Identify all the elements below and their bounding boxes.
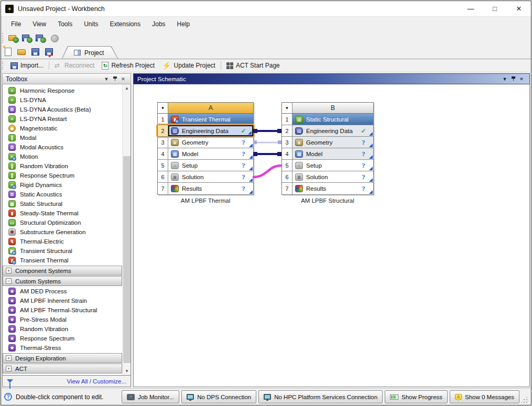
job-monitor-button[interactable]: ≈ Job Monitor... <box>122 390 179 403</box>
minimize-button[interactable]: — <box>459 1 483 16</box>
cell-a4-model[interactable]: 4 Model <box>158 148 253 160</box>
menu-item[interactable]: Tools <box>52 18 78 30</box>
toolbox-scrollbar[interactable]: ▲ ▼ <box>122 84 131 375</box>
reconnect-button[interactable]: ⇄ Reconnect <box>51 61 98 70</box>
toolbar-grip[interactable] <box>2 61 5 70</box>
schematic-canvas[interactable]: ▼ A 1 Transient Thermal 2 Engineering Da… <box>133 84 530 387</box>
refresh-project-button[interactable]: ↻ Refresh Project <box>98 61 158 71</box>
cell-b6-solution[interactable]: 6 Solution <box>282 171 373 183</box>
toolbox-item[interactable]: Response Spectrum <box>3 334 122 343</box>
toolbox-item[interactable]: Harmonic Response <box>3 86 122 95</box>
show-messages-button[interactable]: 0 Show 0 Messages <box>450 390 519 403</box>
view-all-customize-link[interactable]: View All / Customize... <box>67 378 126 385</box>
toolbox-item[interactable]: Motion <box>3 152 122 161</box>
close-panel-icon[interactable]: ✕ <box>517 76 526 82</box>
menu-item[interactable]: View <box>27 18 52 30</box>
toolbox-item-icon <box>8 228 16 236</box>
cell-a1-transient-thermal[interactable]: 1 Transient Thermal <box>158 114 253 125</box>
toolbox-item[interactable]: Modal <box>3 133 122 142</box>
cell-b2-engineering-data[interactable]: 2 Engineering Data <box>282 125 373 137</box>
toolbox-item[interactable]: LS-DYNA Acoustics (Beta) <box>3 105 122 114</box>
save-project-button[interactable] <box>29 46 41 58</box>
send-changes-to-repository-button[interactable] <box>35 32 47 44</box>
toolbox-item[interactable]: AM LPBF Inherent Strain <box>3 296 122 305</box>
save-as-button[interactable] <box>43 46 55 58</box>
menu-item[interactable]: Extensions <box>104 18 147 30</box>
menu-item[interactable]: Units <box>78 18 104 30</box>
group-component-systems[interactable]: Component Systems <box>3 266 122 276</box>
cell-b5-setup[interactable]: 5 Setup <box>282 160 373 171</box>
toolbox-item[interactable]: Steady-State Thermal <box>3 209 122 218</box>
expand-plus-icon[interactable] <box>6 268 12 273</box>
group-design-exploration[interactable]: Design Exploration <box>3 353 122 363</box>
cell-b4-model[interactable]: 4 Model <box>282 148 373 160</box>
update-project-button[interactable]: ⚡ Update Project <box>158 61 219 70</box>
cell-a7-results[interactable]: 7 Results <box>158 183 253 194</box>
toolbox-item[interactable]: Substructure Generation <box>3 227 122 237</box>
collapse-minus-icon[interactable] <box>6 278 12 284</box>
toolbox-item[interactable]: LS-DYNA Restart <box>3 114 122 124</box>
cell-a2-engineering-data[interactable]: 2 Engineering Data <box>158 125 253 137</box>
group-custom-systems[interactable]: Custom Systems <box>3 276 122 286</box>
system-b-header[interactable]: B <box>292 103 373 114</box>
new-project-button[interactable] <box>2 46 14 58</box>
scroll-down-icon[interactable]: ▼ <box>123 367 131 375</box>
menu-item[interactable]: Help <box>171 18 196 30</box>
open-from-repository-button[interactable] <box>7 32 20 44</box>
cell-b3-geometry[interactable]: 3 Geometry <box>282 137 373 148</box>
scrollbar-thumb[interactable] <box>123 156 131 363</box>
toolbox-item[interactable]: Static Structural <box>3 199 122 209</box>
toolbox-item[interactable]: Transient Thermal <box>3 256 122 265</box>
toolbox-item[interactable]: Modal Acoustics <box>3 142 122 152</box>
chevron-down-icon[interactable]: ▼ <box>501 76 509 82</box>
expand-plus-icon[interactable] <box>6 366 12 371</box>
toolbox-item[interactable]: Transient Structural <box>3 246 122 256</box>
toolbox-item[interactable]: Static Acoustics <box>3 190 122 199</box>
resize-grip[interactable] <box>522 397 528 403</box>
toolbox-item[interactable]: Random Vibration <box>3 161 122 171</box>
toolbox-item[interactable]: LS-DYNA <box>3 95 122 105</box>
system-a-header[interactable]: A <box>168 103 253 114</box>
toolbox-item[interactable]: AM LPBF Thermal-Structural <box>3 305 122 315</box>
toolbox-item[interactable]: Rigid Dynamics <box>3 180 122 190</box>
menu-item[interactable]: Jobs <box>146 18 171 30</box>
cell-b7-results[interactable]: 7 Results <box>282 183 373 194</box>
pin-icon[interactable] <box>111 76 119 82</box>
hpc-connection-button[interactable]: No HPC Platform Services Connection <box>258 390 383 403</box>
cell-a5-setup[interactable]: 5 Setup <box>158 160 253 171</box>
system-b-dropdown[interactable]: ▼ <box>282 103 292 114</box>
filter-funnel-icon[interactable] <box>7 379 13 383</box>
toolbox-item[interactable]: AM DED Process <box>3 287 122 296</box>
scroll-up-icon[interactable]: ▲ <box>123 84 131 92</box>
toolbox-item[interactable]: Structural Optimization <box>3 218 122 227</box>
custom-system-star-icon <box>8 344 16 352</box>
close-panel-icon[interactable]: ✕ <box>119 76 127 82</box>
cell-b1-static-structural[interactable]: 1 Static Structural <box>282 114 373 125</box>
toolbox-item[interactable]: Response Spectrum <box>3 171 122 180</box>
act-start-page-button[interactable]: ACT Start Page <box>223 61 284 70</box>
cell-a6-solution[interactable]: 6 Solution <box>158 171 253 183</box>
chevron-down-icon[interactable]: ▼ <box>102 76 111 82</box>
cell-label: Engineering Data <box>182 128 229 134</box>
menu-item[interactable]: File <box>5 18 27 30</box>
system-a-dropdown[interactable]: ▼ <box>158 103 168 114</box>
group-act[interactable]: ACT <box>3 364 122 374</box>
repository-disabled-button[interactable] <box>48 32 61 44</box>
cell-a3-geometry[interactable]: 3 Geometry <box>158 137 253 148</box>
toolbox-item[interactable]: Magnetostatic <box>3 124 122 133</box>
toolbox-item[interactable]: Thermal-Stress <box>3 343 122 353</box>
toolbox-item[interactable]: Random Vibration <box>3 324 122 334</box>
toolbar-grip[interactable] <box>2 33 5 43</box>
tab-project[interactable]: Project <box>62 46 118 59</box>
open-project-button[interactable] <box>16 46 27 58</box>
show-progress-button[interactable]: Show Progress <box>385 390 448 403</box>
pin-icon[interactable] <box>509 76 517 82</box>
toolbox-item[interactable]: Thermal-Electric <box>3 237 122 246</box>
dps-connection-button[interactable]: No DPS Connection <box>181 390 256 403</box>
save-to-repository-button[interactable] <box>21 32 34 44</box>
maximize-button[interactable]: □ <box>483 1 507 16</box>
import-button[interactable]: Import... <box>7 61 47 70</box>
expand-plus-icon[interactable] <box>6 355 12 361</box>
toolbox-item[interactable]: Pre-Stress Modal <box>3 315 122 324</box>
close-button[interactable]: ✕ <box>507 1 531 16</box>
